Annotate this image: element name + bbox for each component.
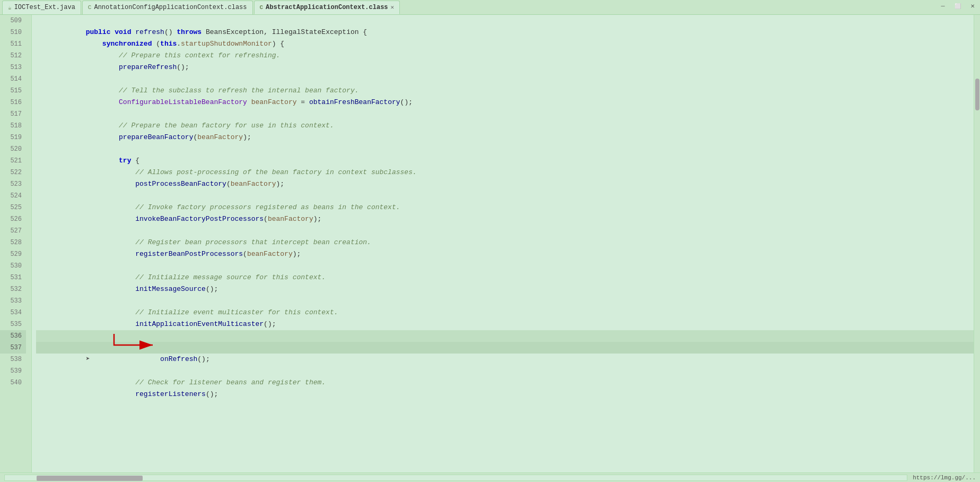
code-line-522: postProcessBeanFactory(beanFactory);	[36, 167, 974, 178]
code-line-530: // Initialize message source for this co…	[36, 260, 974, 272]
ln-512: 512	[0, 50, 26, 62]
ln-529: 529	[0, 248, 26, 260]
ln-510: 510	[0, 27, 26, 38]
tab-ioctest[interactable]: ☕ IOCTest_Ext.java	[2, 1, 81, 14]
code-line-533: // Initialize event multicaster for this…	[36, 295, 974, 307]
tab-label-annotation: AnnotationConfigApplicationContext.class	[94, 4, 247, 11]
code-line-529	[36, 248, 974, 260]
ln-526: 526	[0, 213, 26, 225]
scrollbar-horizontal[interactable]	[4, 475, 907, 481]
minimize-button[interactable]: ─	[935, 0, 950, 12]
ln-530: 530	[0, 260, 26, 272]
code-line-521: // Allows post-processing of the bean fa…	[36, 155, 974, 167]
code-line-514: // Tell the subclass to refresh the inte…	[36, 73, 974, 85]
code-line-537: ➤ onRefresh();	[36, 342, 974, 354]
code-line-528: registerBeanPostProcessors(beanFactory);	[36, 237, 974, 248]
code-line-523	[36, 178, 974, 190]
ln-509: 509	[0, 15, 26, 27]
code-line-512: prepareRefresh();	[36, 50, 974, 62]
code-line-535	[36, 319, 974, 330]
code-line-534: initApplicationEventMulticaster();	[36, 307, 974, 319]
code-line-520: try {	[36, 143, 974, 155]
code-line-511: // Prepare this context for refreshing.	[36, 38, 974, 50]
code-line-540: registerListeners();	[36, 377, 974, 389]
ln-525: 525	[0, 202, 26, 213]
ln-532: 532	[0, 283, 26, 295]
code-line-539: // Check for listener beans and register…	[36, 365, 974, 377]
ln-527: 527	[0, 225, 26, 237]
code-line-516	[36, 97, 974, 108]
scrollbar-horizontal-thumb[interactable]	[37, 476, 143, 481]
ln-520: 520	[0, 143, 26, 155]
ln-538: 538	[0, 354, 26, 365]
ln-523: 523	[0, 178, 26, 190]
close-window-button[interactable]: ✕	[965, 0, 980, 12]
ln-517: 517	[0, 108, 26, 120]
tab-close-button[interactable]: ✕	[391, 4, 395, 11]
code-line-510: synchronized (this.startupShutdownMonito…	[36, 27, 974, 38]
ln-536: 536	[0, 330, 26, 342]
tab-bar: ☕ IOCTest_Ext.java C AnnotationConfigApp…	[0, 0, 980, 15]
code-line-527: // Register bean processors that interce…	[36, 225, 974, 237]
ln-531: 531	[0, 272, 26, 283]
code-line-532	[36, 283, 974, 295]
restore-button[interactable]: ⬜	[950, 0, 965, 12]
line-numbers: 509 510 511 512 513 514 515 516 517 518 …	[0, 15, 32, 472]
code-line-526	[36, 213, 974, 225]
ln-535: 535	[0, 319, 26, 330]
ln-514: 514	[0, 73, 26, 85]
ln-521: 521	[0, 155, 26, 167]
tab-icon-annotation: C	[88, 4, 92, 11]
editor: ☕ IOCTest_Ext.java C AnnotationConfigApp…	[0, 0, 980, 482]
tab-label-abstract: AbstractApplicationContext.class	[266, 4, 388, 11]
ln-534: 534	[0, 307, 26, 319]
code-line-538	[36, 354, 974, 365]
tab-annotation[interactable]: C AnnotationConfigApplicationContext.cla…	[82, 1, 253, 14]
code-area: 509 510 511 512 513 514 515 516 517 518 …	[0, 15, 980, 472]
tab-icon-java: ☕	[8, 4, 12, 11]
code-line-509: public void refresh() throws BeansExcept…	[36, 15, 974, 27]
scrollbar-thumb[interactable]	[975, 79, 979, 110]
code-line-525: invokeBeanFactoryPostProcessors(beanFact…	[36, 202, 974, 213]
code-line-515: ConfigurableListableBeanFactory beanFact…	[36, 85, 974, 97]
ln-539: 539	[0, 365, 26, 377]
tab-icon-abstract: C	[260, 4, 264, 11]
code-line-524: // Invoke factory processors registered …	[36, 190, 974, 202]
scrollbar-vertical[interactable]	[974, 15, 980, 472]
code-line-518: prepareBeanFactory(beanFactory);	[36, 120, 974, 132]
ln-516: 516	[0, 97, 26, 108]
ln-537: 537	[0, 342, 26, 354]
ln-513: 513	[0, 62, 26, 73]
code-content[interactable]: public void refresh() throws BeansExcept…	[32, 15, 974, 472]
code-line-519	[36, 132, 974, 143]
ln-533: 533	[0, 295, 26, 307]
ln-518: 518	[0, 120, 26, 132]
ln-515: 515	[0, 85, 26, 97]
ln-528: 528	[0, 237, 26, 248]
tab-abstract[interactable]: C AbstractApplicationContext.class ✕	[254, 1, 400, 14]
ln-540: 540	[0, 377, 26, 389]
code-line-513	[36, 62, 974, 73]
window-controls: ─ ⬜ ✕	[935, 0, 980, 12]
ln-524: 524	[0, 190, 26, 202]
bottom-bar: https://lmg.gg/...	[0, 472, 980, 482]
url-bar: https://lmg.gg/...	[913, 475, 976, 481]
ln-511: 511	[0, 38, 26, 50]
code-line-536: // Initialize other special beans in spe…	[36, 330, 974, 342]
code-line-517: // Prepare the bean factory for use in t…	[36, 108, 974, 120]
code-line-531: initMessageSource();	[36, 272, 974, 283]
ln-519: 519	[0, 132, 26, 143]
tab-label-ioctest: IOCTest_Ext.java	[14, 4, 75, 11]
ln-522: 522	[0, 167, 26, 178]
